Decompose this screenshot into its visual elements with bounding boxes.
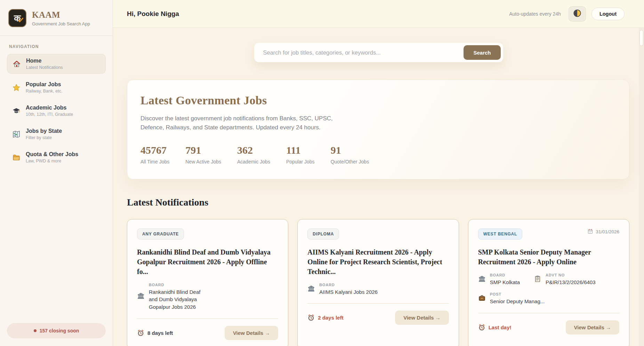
stats-row: 45767All Time Jobs791New Active Jobs362A… [140, 144, 616, 164]
app-name: KAAM [32, 10, 90, 20]
nav-item-subtitle: Railway, Bank, etc. [26, 89, 62, 94]
app-root: क KAAM Government Job Search App NAVIGAT… [0, 0, 644, 346]
meta-board: BOARDSMP Kolkata [478, 273, 520, 286]
stat-academic-jobs: 362Academic Jobs [237, 144, 270, 164]
alarm-clock-icon [137, 329, 144, 337]
scrollbar-track[interactable] [639, 28, 644, 346]
briefcase-icon [478, 294, 486, 303]
nav-item-label: Popular Jobs [26, 81, 62, 88]
card-footer: 2 days leftView Details → [307, 311, 449, 325]
folder-icon [12, 153, 21, 162]
star-icon [12, 83, 21, 92]
meta-post: POSTSenior Deputy Manag... [478, 292, 545, 305]
deadline-text: Last day! [489, 324, 512, 330]
auto-update-label: Auto-updates every 24h [509, 11, 561, 17]
content-area: Search Latest Government Jobs Discover t… [113, 28, 644, 346]
closing-soon-label: 157 closing soon [40, 328, 79, 333]
calendar-icon [587, 228, 593, 235]
nav-item-subtitle: 10th, 12th, ITI, Graduate [26, 112, 73, 117]
bank-icon [137, 292, 145, 301]
hero-subtitle: Discover the latest government job notif… [140, 114, 340, 132]
job-card: DIPLOMAAIIMS Kalyani Recruitment 2026 - … [297, 219, 459, 346]
card-divider [137, 319, 278, 319]
home-icon [12, 59, 21, 69]
sidebar: क KAAM Government Job Search App NAVIGAT… [0, 0, 113, 346]
view-details-button[interactable]: View Details → [225, 326, 278, 340]
brand-text: KAAM Government Job Search App [32, 10, 90, 26]
scrollbar-thumb[interactable] [639, 30, 643, 46]
sidebar-nav: HomeLatest NotificationsPopular JobsRail… [7, 54, 106, 171]
stat-value: 791 [185, 144, 221, 156]
nav-item-label: Quota & Other Jobs [26, 151, 78, 158]
top-header: Hi, Pookie Nigga Auto-updates every 24h … [113, 0, 644, 28]
meta-value: P&IR/13/2/2026/6403 [546, 279, 595, 286]
notifications-title: Latest Notifications [127, 197, 644, 208]
nav-item-subtitle: Filter by state [26, 135, 62, 140]
deadline-date: 31/01/2026 [587, 228, 619, 235]
search-row: Search [113, 43, 644, 62]
meta-board: BOARDAIIMS Kalyani Jobs 2026 [307, 283, 378, 296]
red-dot-icon [34, 329, 37, 332]
meta-row: POSTSenior Deputy Manag... [478, 292, 619, 305]
category-badge: WEST BENGAL [478, 228, 522, 240]
clipboard-icon [534, 275, 541, 284]
alarm-clock-icon [478, 324, 485, 331]
card-footer: 8 days leftView Details → [137, 326, 278, 340]
nav-item-label: Jobs by State [26, 128, 62, 134]
header-actions: Auto-updates every 24h Logout [509, 6, 630, 22]
search-box: Search [254, 43, 503, 62]
theme-toggle-button[interactable] [569, 6, 586, 22]
job-title: Rankanidhi Blind Deaf and Dumb Vidyalaya… [137, 247, 278, 276]
search-button[interactable]: Search [464, 45, 500, 60]
meta-label: BOARD [149, 283, 201, 287]
meta-label: ADVT NO [546, 273, 595, 277]
sidebar-item-academic-jobs[interactable]: Academic Jobs10th, 12th, ITI, Graduate [7, 101, 106, 120]
nav-item-label: Home [26, 58, 63, 64]
deadline: Last day! [478, 324, 512, 331]
view-details-button[interactable]: View Details → [566, 320, 619, 335]
stat-label: New Active Jobs [185, 159, 221, 164]
search-input[interactable] [263, 49, 464, 56]
meta-label: POST [490, 292, 545, 296]
sidebar-item-quota-other-jobs[interactable]: Quota & Other JobsLaw, PWD & more [7, 148, 106, 167]
app-logo: क [8, 9, 26, 27]
stat-label: All Time Jobs [140, 159, 169, 164]
greeting: Hi, Pookie Nigga [127, 10, 179, 18]
meta-value: SMP Kolkata [490, 279, 520, 286]
category-badge: DIPLOMA [307, 228, 339, 240]
nav-item-subtitle: Latest Notifications [26, 65, 63, 70]
meta-advt-no: ADVT NOP&IR/13/2/2026/6403 [534, 273, 595, 286]
logout-button[interactable]: Logout [591, 8, 625, 20]
meta-label: BOARD [319, 283, 378, 287]
meta-label: BOARD [490, 273, 520, 277]
deadline: 2 days left [307, 314, 343, 321]
sidebar-item-home[interactable]: HomeLatest Notifications [7, 54, 106, 74]
sidebar-divider [0, 35, 113, 36]
meta-value: AIIMS Kalyani Jobs 2026 [319, 288, 378, 296]
card-divider [478, 313, 619, 313]
stat-value: 45767 [140, 144, 169, 156]
brand: क KAAM Government Job Search App [7, 9, 106, 35]
hero-title: Latest Government Jobs [140, 94, 616, 107]
meta-row: BOARDAIIMS Kalyani Jobs 2026 [307, 283, 449, 296]
job-cards-grid: ANY GRADUATERankanidhi Blind Deaf and Du… [127, 219, 629, 346]
stat-label: Popular Jobs [286, 159, 315, 164]
stat-value: 362 [237, 144, 270, 156]
view-details-button[interactable]: View Details → [395, 311, 449, 325]
job-card: WEST BENGAL31/01/2026SMP Kolkata Senior … [468, 219, 629, 346]
meta-row: BOARDSMP KolkataADVT NOP&IR/13/2/2026/64… [478, 273, 619, 286]
job-title: SMP Kolkata Senior Deputy Manager Recrui… [478, 247, 619, 267]
main-column: Hi, Pookie Nigga Auto-updates every 24h … [113, 0, 644, 346]
sidebar-item-popular-jobs[interactable]: Popular JobsRailway, Bank, etc. [7, 78, 106, 97]
bank-icon [478, 275, 486, 284]
closing-soon-badge[interactable]: 157 closing soon [7, 323, 106, 338]
meta-row: BOARDRankanidhi Blind Deaf and Dumb Vidy… [137, 283, 278, 311]
meta-board: BOARDRankanidhi Blind Deaf and Dumb Vidy… [137, 283, 201, 311]
alarm-clock-icon [307, 314, 315, 321]
deadline: 8 days left [137, 329, 173, 337]
moon-icon [573, 9, 582, 19]
sidebar-item-jobs-by-state[interactable]: Jobs by StateFilter by state [7, 124, 106, 144]
card-divider [307, 303, 449, 304]
deadline-text: 8 days left [147, 330, 173, 336]
meta-value: Rankanidhi Blind Deaf and Dumb Vidyalaya… [149, 288, 201, 311]
